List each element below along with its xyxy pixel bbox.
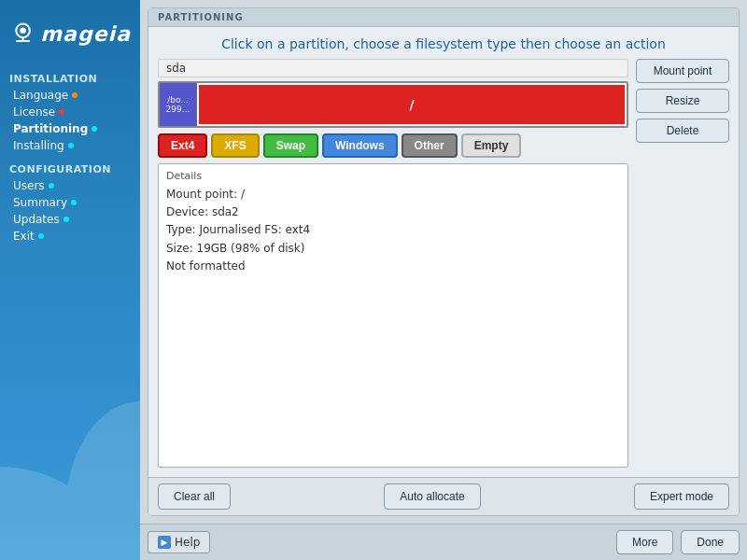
partition-right: Mount point Resize Delete (636, 59, 729, 468)
sidebar-item-label-license: License (13, 105, 55, 119)
partitioning-dialog: PARTITIONING Click on a partition, choos… (148, 7, 740, 516)
license-dot (59, 109, 64, 115)
main-content: PARTITIONING Click on a partition, choos… (140, 0, 747, 560)
svg-point-5 (65, 401, 140, 560)
configuration-section-title: CONFIGURATION (0, 160, 140, 177)
sidebar-item-license[interactable]: License (0, 104, 140, 120)
svg-point-4 (0, 467, 112, 560)
partitioning-dot (92, 126, 97, 132)
footer: ▶ Help More Done (140, 524, 747, 560)
fs-buttons: Ext4 XFS Swap Windows Other Empty (158, 133, 628, 158)
detail-format: Not formatted (166, 258, 620, 275)
resize-button[interactable]: Resize (636, 89, 729, 113)
help-button[interactable]: ▶ Help (148, 531, 210, 553)
sidebar-item-label-users: Users (13, 179, 45, 192)
main-label: / (409, 97, 414, 112)
boot-label1: /bo... (167, 95, 189, 105)
svg-point-1 (20, 28, 25, 34)
disk-label: sda (158, 59, 628, 77)
details-content: Mount point: / Device: sda2 Type: Journa… (166, 186, 620, 275)
summary-dot (71, 200, 77, 205)
mount-point-button[interactable]: Mount point (636, 59, 729, 83)
logo-text: mageia (40, 22, 131, 46)
sidebar-item-label-exit: Exit (13, 230, 35, 243)
dialog-header-text: Click on a partition, choose a filesyste… (148, 27, 739, 59)
fs-swap-button[interactable]: Swap (263, 133, 318, 158)
partition-main-segment[interactable]: / (197, 83, 627, 126)
boot-label2: 299... (166, 105, 190, 114)
more-button[interactable]: More (616, 530, 673, 554)
fs-other-button[interactable]: Other (402, 133, 458, 158)
updates-dot (63, 217, 69, 222)
users-dot (49, 183, 54, 189)
sidebar-item-summary[interactable]: Summary (0, 194, 140, 211)
sidebar-item-label-summary: Summary (13, 196, 67, 209)
disk-bar: /bo... 299... / (158, 81, 628, 128)
bottom-bar: Clear all Auto allocate Expert mode (148, 477, 739, 515)
fs-windows-button[interactable]: Windows (322, 133, 398, 158)
logo-area: mageia (0, 9, 140, 69)
fs-ext4-button[interactable]: Ext4 (158, 133, 207, 158)
details-box: Details Mount point: / Device: sda2 Type… (158, 163, 628, 468)
detail-type: Type: Journalised FS: ext4 (166, 221, 620, 239)
detail-device: Device: sda2 (166, 203, 620, 221)
sidebar-item-language[interactable]: Language (0, 87, 140, 104)
sidebar-item-partitioning[interactable]: Partitioning (0, 120, 140, 137)
sidebar: mageia INSTALLATION Language License Par… (0, 0, 140, 560)
dialog-title-bar: PARTITIONING (148, 8, 739, 27)
expert-mode-button[interactable]: Expert mode (634, 483, 729, 510)
clear-all-button[interactable]: Clear all (158, 483, 231, 510)
exit-dot (38, 233, 44, 239)
delete-button[interactable]: Delete (636, 119, 729, 143)
language-dot (72, 92, 78, 98)
sidebar-item-label-installing: Installing (13, 139, 64, 152)
detail-mount-point: Mount point: / (166, 186, 620, 203)
done-button[interactable]: Done (681, 530, 740, 554)
sidebar-item-label-language: Language (13, 89, 68, 102)
fs-empty-button[interactable]: Empty (461, 133, 522, 158)
fs-xfs-button[interactable]: XFS (211, 133, 259, 158)
installation-section: INSTALLATION Language License Partitioni… (0, 69, 140, 154)
help-label: Help (175, 536, 200, 549)
mageia-logo-icon (9, 17, 36, 50)
detail-size: Size: 19GB (98% of disk) (166, 240, 620, 258)
installing-dot (68, 143, 74, 148)
sidebar-decoration (0, 373, 140, 560)
installation-section-title: INSTALLATION (0, 69, 140, 87)
sidebar-item-label-updates: Updates (13, 213, 60, 226)
sidebar-item-installing[interactable]: Installing (0, 137, 140, 154)
sidebar-item-updates[interactable]: Updates (0, 211, 140, 228)
partition-boot-segment[interactable]: /bo... 299... (160, 83, 197, 126)
dialog-body: sda /bo... 299... / Ext4 XFS Swap (148, 59, 739, 477)
configuration-section: CONFIGURATION Users Summary Updates Exit (0, 160, 140, 245)
help-icon: ▶ (158, 536, 171, 549)
details-label: Details (166, 170, 620, 182)
sidebar-item-exit[interactable]: Exit (0, 228, 140, 245)
sidebar-item-users[interactable]: Users (0, 177, 140, 194)
auto-allocate-button[interactable]: Auto allocate (384, 483, 480, 510)
partition-left: sda /bo... 299... / Ext4 XFS Swap (158, 59, 628, 468)
partition-area: sda /bo... 299... / Ext4 XFS Swap (158, 59, 729, 468)
sidebar-item-label-partitioning: Partitioning (13, 122, 88, 135)
